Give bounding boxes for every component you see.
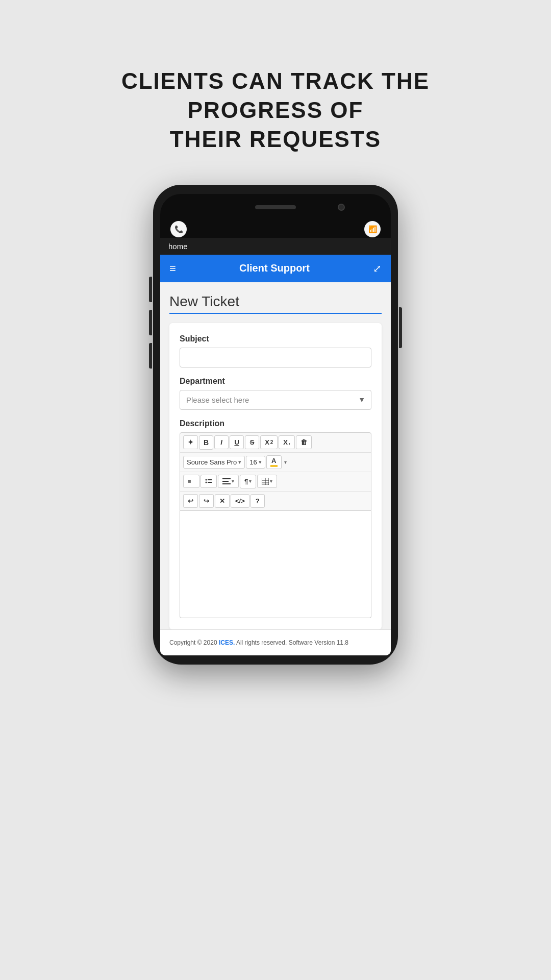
department-label: Department: [180, 377, 371, 386]
editor-content-area[interactable]: [180, 511, 371, 618]
toolbar-row-4: ↩ ↪ ✕ </> ?: [180, 492, 371, 510]
svg-point-3: [206, 482, 207, 483]
form-card: Subject Department Please select here ▼ …: [169, 323, 382, 629]
font-family-select[interactable]: Source Sans Pro ▾: [183, 456, 245, 469]
toolbar-row-2: Source Sans Pro ▾ 16 ▾ A ▾: [180, 453, 371, 472]
status-left-icons: 📞: [170, 221, 187, 237]
undo-button[interactable]: ↩: [183, 494, 198, 508]
unordered-list-button[interactable]: [201, 475, 217, 488]
font-size-select[interactable]: 16 ▾: [246, 456, 265, 469]
svg-rect-4: [208, 482, 212, 483]
clear-button[interactable]: ✕: [215, 494, 230, 508]
status-right-icons: 📶: [364, 221, 381, 237]
hamburger-menu-icon[interactable]: ≡: [169, 262, 176, 275]
toolbar-row-3: ≡: [180, 472, 371, 492]
align-button[interactable]: ▾: [218, 475, 239, 488]
phone-screen: home ≡ Client Support ⤢ New Ticket Subje…: [160, 238, 391, 655]
paragraph-button[interactable]: ¶▾: [240, 475, 256, 488]
font-color-arrow-icon[interactable]: ▾: [284, 459, 287, 465]
page-heading: CLIENTS CAN TRACK THE PROGRESS OF THEIR …: [84, 66, 467, 154]
bold-button[interactable]: B: [199, 435, 213, 450]
front-camera: [338, 204, 345, 211]
volume-up-button: [149, 277, 152, 302]
editor-toolbar: ✦ B I U S X2 X, 🗑: [180, 432, 371, 511]
strikethrough-button[interactable]: S: [245, 435, 259, 449]
home-bar: home: [160, 238, 391, 255]
wifi-status-icon: 📶: [364, 221, 381, 237]
svg-point-1: [206, 479, 207, 481]
eraser-button[interactable]: 🗑: [296, 435, 312, 449]
phone-status-icon: 📞: [170, 221, 187, 237]
page-title: New Ticket: [169, 293, 382, 310]
app-bar: ≡ Client Support ⤢: [160, 255, 391, 282]
footer-brand: ICES.: [219, 639, 235, 646]
department-select[interactable]: Please select here: [180, 390, 371, 410]
svg-rect-2: [208, 479, 212, 480]
silent-button: [149, 343, 152, 369]
power-button: [399, 307, 402, 348]
expand-icon[interactable]: ⤢: [373, 262, 382, 275]
underline-button[interactable]: U: [230, 435, 244, 449]
content-area: New Ticket Subject Department Please sel…: [160, 282, 391, 629]
title-divider: [169, 313, 382, 314]
description-label: Description: [180, 419, 371, 428]
phone-frame: 📞 📶 home ≡ Client Support ⤢ New Ticket S…: [153, 185, 398, 665]
toolbar-row-1: ✦ B I U S X2 X, 🗑: [180, 433, 371, 453]
svg-rect-6: [222, 481, 229, 482]
subject-input[interactable]: [180, 348, 371, 368]
ordered-list-button[interactable]: ≡: [183, 475, 199, 488]
svg-rect-5: [222, 478, 231, 479]
font-color-button[interactable]: A: [266, 455, 282, 469]
notch-bar: [160, 194, 391, 220]
code-button[interactable]: </>: [231, 494, 249, 508]
table-button[interactable]: ▾: [257, 475, 277, 488]
app-bar-title: Client Support: [239, 262, 310, 274]
italic-button[interactable]: I: [214, 435, 229, 449]
speaker: [255, 205, 296, 209]
help-button[interactable]: ?: [251, 494, 265, 508]
subject-label: Subject: [180, 334, 371, 344]
svg-rect-7: [222, 483, 231, 484]
superscript-button[interactable]: X2: [260, 435, 278, 449]
magic-button[interactable]: ✦: [183, 435, 198, 449]
redo-button[interactable]: ↪: [199, 494, 214, 508]
footer: Copyright © 2020 ICES. All rights reserv…: [160, 629, 391, 655]
volume-down-button: [149, 310, 152, 335]
svg-text:≡: ≡: [188, 478, 191, 484]
subscript-button[interactable]: X,: [279, 435, 294, 449]
font-color-bar: [270, 465, 278, 467]
status-bar: 📞 📶: [160, 220, 391, 238]
department-select-wrapper: Please select here ▼: [180, 390, 371, 410]
